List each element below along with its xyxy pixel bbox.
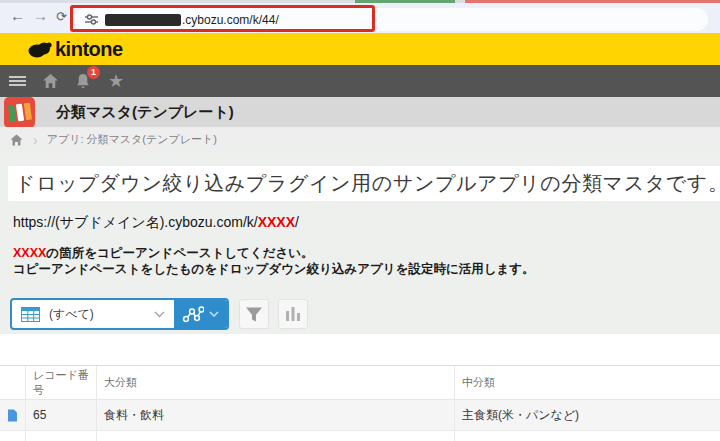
chevron-down-icon (209, 311, 219, 318)
cell-record-number: 65 (26, 400, 97, 430)
browser-toolbar: ← → ⟳ .cybozu.com/k/44/ (0, 3, 720, 33)
graph-nodes-icon (182, 306, 204, 323)
chart-button[interactable] (278, 299, 308, 329)
home-icon[interactable] (41, 73, 59, 89)
bar-chart-icon (285, 306, 301, 322)
url-text: .cybozu.com/k/44/ (182, 13, 279, 27)
table-header-row: レコード番号 大分類 中分類 (0, 365, 720, 400)
record-table: レコード番号 大分類 中分類 65 食料・飲料 主食類(米・パンなど) (0, 365, 720, 441)
app-title: 分類マスタ(テンプレート) (56, 103, 234, 122)
table-view-icon (21, 307, 40, 322)
screen: ← → ⟳ .cybozu.com/k/44/ kintone 1 (0, 0, 720, 441)
breadcrumb-separator-icon: › (33, 132, 38, 148)
filter-button[interactable] (239, 299, 269, 329)
browser-back-icon[interactable]: ← (10, 7, 25, 24)
breadcrumb-home-icon[interactable] (10, 134, 23, 146)
global-navigation: 1 ★ (0, 65, 720, 97)
notification-badge: 1 (87, 66, 100, 79)
app-content: ドロップダウン絞り込みプラグイン用のサンプルアプリの分類マスタです。 https… (0, 152, 720, 441)
instruction1-highlight: XXXX (13, 246, 46, 260)
header-record-number[interactable]: レコード番号 (26, 366, 97, 399)
breadcrumb: › アプリ: 分類マスタ(テンプレート) (0, 127, 720, 152)
chevron-down-icon (154, 311, 165, 318)
notice-headline: ドロップダウン絞り込みプラグイン用のサンプルアプリの分類マスタです。 (8, 166, 720, 201)
notification-bell-icon[interactable]: 1 (74, 73, 92, 90)
breadcrumb-app-link[interactable]: アプリ: 分類マスタ(テンプレート) (47, 132, 217, 147)
document-icon (7, 409, 18, 422)
browser-forward-icon[interactable]: → (33, 7, 48, 24)
cell-middle-category: 主食類(米・パンなど) (455, 400, 720, 430)
selected-view-label: (すべて) (49, 306, 94, 323)
kintone-logo-icon (28, 40, 52, 58)
view-selector-dropdown[interactable]: (すべて) (10, 298, 229, 330)
record-detail-icon[interactable] (0, 400, 26, 430)
sample-url-text: https://(サブドメイン名).cybozu.com/k/XXXX/ (13, 214, 299, 232)
header-icon-column (0, 366, 26, 399)
redacted-subdomain (105, 14, 181, 26)
browser-reload-icon[interactable]: ⟳ (56, 9, 67, 24)
instruction-line-1: XXXXの箇所をコピーアンドペーストしてください。 (13, 245, 314, 262)
table-row[interactable]: 65 食料・飲料 主食類(米・パンなど) (0, 400, 720, 431)
app-icon (4, 97, 35, 128)
app-title-bar: 分類マスタ(テンプレート) (0, 97, 720, 127)
record-list-section: レコード番号 大分類 中分類 65 食料・飲料 主食類(米・パンなど) (0, 334, 720, 441)
graph-view-button[interactable] (174, 300, 227, 328)
address-bar[interactable]: .cybozu.com/k/44/ (74, 8, 708, 31)
kintone-logo-text: kintone (55, 38, 123, 61)
funnel-icon (244, 306, 264, 323)
menu-icon[interactable] (8, 74, 26, 88)
header-major-category[interactable]: 大分類 (97, 366, 455, 399)
table-row-partial[interactable] (0, 431, 720, 441)
instruction-line-2: コピーアンドペーストをしたものをドロップダウン絞り込みアプリを設定時に活用します… (13, 261, 535, 278)
tune-icon[interactable] (85, 13, 98, 26)
kintone-header: kintone (0, 33, 720, 65)
sample-url-highlight: XXXX (258, 214, 295, 230)
kintone-logo: kintone (28, 38, 123, 61)
cell-major-category: 食料・飲料 (97, 400, 455, 430)
view-toolbar: (すべて) (10, 298, 308, 330)
header-middle-category[interactable]: 中分類 (455, 366, 720, 399)
favorites-star-icon[interactable]: ★ (107, 72, 125, 90)
